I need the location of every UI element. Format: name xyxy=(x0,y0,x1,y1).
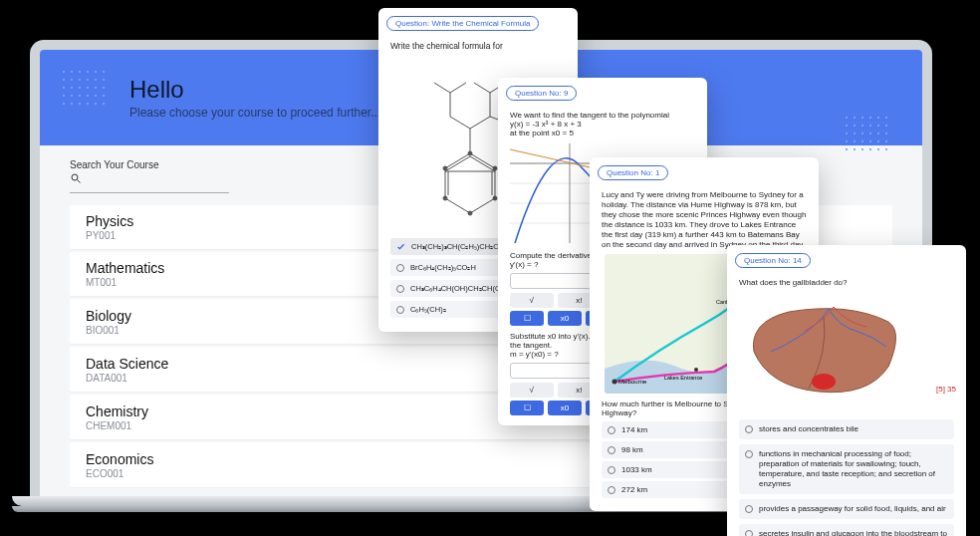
math-tool-button[interactable]: √ xyxy=(510,293,554,308)
course-name: Mathematics xyxy=(86,260,164,276)
math-tool-button[interactable]: √ xyxy=(510,383,554,398)
answer-option[interactable]: provides a passageway for solid food, li… xyxy=(739,499,954,519)
svg-point-0 xyxy=(72,174,78,180)
radio-icon xyxy=(745,450,753,458)
course-code: ECO001 xyxy=(86,468,153,479)
svg-point-18 xyxy=(468,151,472,155)
svg-point-17 xyxy=(443,166,447,170)
radio-icon xyxy=(396,306,404,314)
svg-line-8 xyxy=(470,117,490,129)
math-tool-button[interactable]: ☐ xyxy=(510,401,544,415)
course-code: DATA001 xyxy=(86,373,168,384)
svg-line-1 xyxy=(78,180,81,183)
math-tool-button[interactable]: ☐ xyxy=(510,311,544,326)
option-text: BrC₆H₄(CH₂)₅CO₂H xyxy=(410,263,476,272)
math-tool-button[interactable]: x0 xyxy=(548,401,582,415)
course-code: BIO001 xyxy=(86,325,131,336)
option-text: provides a passageway for solid food, li… xyxy=(759,504,946,514)
search-wrap xyxy=(70,170,229,193)
svg-line-13 xyxy=(474,83,490,93)
option-text: stores and concentrates bile xyxy=(759,424,858,434)
liver-diagram xyxy=(739,297,908,406)
question-pill: Question: Write the Chemical Formula xyxy=(386,16,539,31)
answer-option[interactable]: stores and concentrates bile xyxy=(739,419,954,439)
answer-option[interactable]: functions in mechanical processing of fo… xyxy=(739,444,954,494)
option-text: 98 km xyxy=(621,445,643,454)
question-pill: Question No: 14 xyxy=(735,253,811,268)
radio-icon xyxy=(745,505,753,513)
svg-point-20 xyxy=(493,196,497,200)
question-prompt: Write the chemical formula for xyxy=(390,41,566,51)
option-text: 272 km xyxy=(621,485,647,494)
option-text: CH₃(CH₂)₃CH(C₂H₅)CH₂OH xyxy=(411,242,504,251)
question-prompt: What does the gallbladder do? xyxy=(739,278,954,287)
radio-icon xyxy=(608,486,615,494)
course-name: Biology xyxy=(86,308,131,324)
answer-option[interactable]: secretes insulin and glucagon into the b… xyxy=(739,524,954,536)
svg-point-19 xyxy=(493,166,497,170)
svg-line-11 xyxy=(434,83,450,93)
option-text: 174 km xyxy=(621,425,647,434)
svg-marker-2 xyxy=(445,153,495,213)
radio-icon xyxy=(608,426,615,434)
question-card-anatomy: Question No: 14 [5] 35 What does the gal… xyxy=(727,245,966,536)
points-badge: [5] 35 xyxy=(936,385,956,394)
radio-icon xyxy=(608,466,615,474)
svg-point-41 xyxy=(694,368,698,372)
search-icon xyxy=(70,172,82,184)
question-pill: Question No: 9 xyxy=(506,86,577,101)
radio-icon xyxy=(608,446,615,454)
svg-point-35 xyxy=(612,380,617,385)
svg-text:Lakes Entrance: Lakes Entrance xyxy=(664,375,702,381)
course-name: Data Science xyxy=(86,356,168,372)
option-text: 1033 km xyxy=(621,465,652,474)
course-name: Physics xyxy=(86,213,133,229)
course-name: Economics xyxy=(86,451,153,467)
svg-point-45 xyxy=(812,374,836,390)
option-text: secretes insulin and glucagon into the b… xyxy=(759,529,948,536)
decorative-dots xyxy=(843,114,892,153)
question-text: Lucy and Ty were driving from Melbourne … xyxy=(602,190,807,250)
search-input[interactable] xyxy=(70,176,229,188)
radio-icon xyxy=(745,530,753,536)
option-text: C₆H₅(CH)₂ xyxy=(410,305,446,314)
radio-icon xyxy=(396,285,404,293)
radio-icon xyxy=(396,264,404,272)
question-pill: Question No: 1 xyxy=(598,165,668,180)
option-text: functions in mechanical processing of fo… xyxy=(759,449,948,489)
svg-line-12 xyxy=(450,83,466,93)
question-text: We want to find the tangent to the polyn… xyxy=(510,111,695,137)
radio-icon xyxy=(745,425,753,433)
course-code: CHEM001 xyxy=(86,420,148,431)
course-code: MT001 xyxy=(86,277,164,288)
decorative-dots xyxy=(60,68,110,108)
course-code: PY001 xyxy=(86,230,133,241)
math-tool-button[interactable]: x0 xyxy=(548,311,582,326)
svg-line-7 xyxy=(450,117,470,129)
course-name: Chemistry xyxy=(86,403,148,419)
svg-point-22 xyxy=(443,196,447,200)
svg-point-21 xyxy=(468,211,472,215)
svg-text:Melbourne: Melbourne xyxy=(618,379,647,385)
check-icon xyxy=(396,242,405,251)
